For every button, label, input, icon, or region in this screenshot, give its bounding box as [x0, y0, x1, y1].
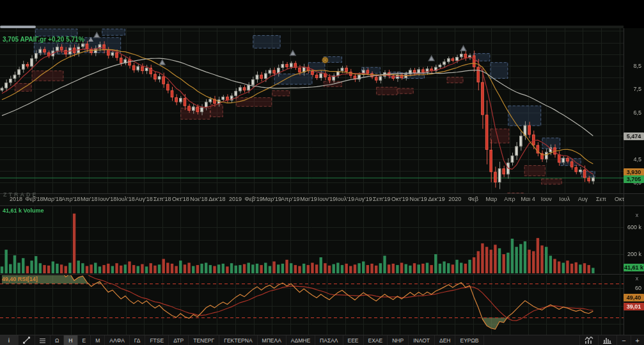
chart-scrollbar-track [0, 26, 624, 28]
ticker-change: +0,20 [48, 36, 64, 43]
toolbar-item-gd[interactable]: ΓΔ [130, 335, 146, 345]
rsi-axis-tick: 60 [624, 285, 641, 291]
toolbar-item-dei[interactable]: ΔΕΗ [435, 335, 456, 345]
ticker-symbol: ΑΡΑΙΓ.gr [20, 36, 46, 43]
rsi-current-value: 49,40 [2, 276, 17, 282]
toolbar-item-tenerg[interactable]: ΤΕΝΕΡΓ [189, 335, 219, 345]
toolbar-item-exae[interactable]: ΕΧΑΕ [364, 335, 388, 345]
rsi-value-badge: 49,40 [624, 294, 644, 301]
objects-list-icon [40, 339, 45, 343]
toolbar-item-alpha[interactable]: ΑΛΦΑ [105, 335, 130, 345]
toolbar-item-tf-day[interactable]: Η [64, 335, 77, 345]
volume-axis-tick: 200 k [624, 251, 641, 257]
last-price-badge: 3,705 [624, 175, 644, 183]
toolbar-item-tf-hour[interactable]: Ω [51, 335, 64, 345]
alert-triangle-icon [88, 37, 93, 42]
toolbar-item-volume-indicator[interactable] [598, 335, 617, 345]
toolbar-item-eurob[interactable]: ΕΥΡΩΒ [455, 335, 483, 345]
toolbar-item-mpela[interactable]: ΜΠΕΛΑ [258, 335, 287, 345]
volume-indicator-icon [603, 337, 612, 345]
chart-scrollbar-thumb[interactable] [0, 26, 36, 28]
toolbar-item-ftse[interactable]: FTSE [145, 335, 169, 345]
toolbar-item-admie[interactable]: ΑΔΜΗΕ [287, 335, 315, 345]
volume-panel-label: 41,61 k Volume [3, 207, 43, 214]
rsi-panel-label: 49,40 RSI[14] [2, 276, 38, 282]
price-axis-tick: 7,5 [624, 86, 641, 92]
chart-style-icon [585, 337, 593, 345]
volume-current-value: 41,61 k [3, 207, 22, 214]
toolbar-right-group: −+ [579, 335, 644, 345]
chart-canvas[interactable] [0, 0, 644, 345]
toolbar-item-nir[interactable]: ΝΗΡ [388, 335, 409, 345]
bottom-toolbar: iΩΗΕΜΑΛΦΑΓΔFTSEΔΤΡΤΕΝΕΡΓΓΕΚΤΕΡΝΑΜΠΕΛΑΑΔΜ… [0, 335, 644, 345]
ticker-readout: 3,705 ΑΡΑΙΓ.gr +0,20 5,71% [3, 36, 93, 43]
toolbar-item-info[interactable]: i [0, 335, 19, 345]
toolbar-item-gekterna[interactable]: ΓΕΚΤΕΡΝΑ [219, 335, 257, 345]
draw-icon [23, 337, 30, 345]
rsi-indicator-name: RSI[14] [18, 276, 38, 282]
toolbar-item-eee[interactable]: ΕΕΕ [343, 335, 364, 345]
toolbar-item-dtr[interactable]: ΔΤΡ [169, 335, 189, 345]
price-axis-tick: 8,5 [624, 63, 641, 69]
toolbar-item-inlot[interactable]: ΙΝΛΟΤ [409, 335, 435, 345]
price-axis-tick: 6,5 [624, 109, 641, 116]
price-axis-tick: 4,5 [624, 156, 641, 163]
toolbar-item-zoom-out[interactable]: − [617, 335, 630, 345]
toolbar-item-tf-month[interactable]: Μ [91, 335, 105, 345]
date-axis-label: Οκτ [606, 196, 634, 202]
rsi-panel-close-button[interactable]: x [634, 275, 640, 282]
rsi-signal-value-badge: 39,01 [624, 303, 644, 310]
volume-axis-tick: 600 k [624, 224, 641, 230]
toolbar-item-objects[interactable] [35, 335, 51, 345]
toolbar-item-zoom-in[interactable]: + [631, 335, 644, 345]
volume-indicator-name: Volume [24, 207, 44, 214]
ticker-change-pct: 5,71% [66, 36, 84, 43]
toolbar-item-draw[interactable] [19, 335, 35, 345]
ticker-last-price: 3,705 [3, 36, 19, 43]
volume-panel-close-button[interactable]: x [634, 212, 640, 218]
toolbar-item-pasal[interactable]: ΠΑΣΑΛ [315, 335, 343, 345]
slow-ma-value-badge: 5,474 [624, 132, 644, 140]
current-volume-badge: 41,61 k [624, 264, 644, 271]
toolbar-item-chart-style[interactable] [579, 335, 598, 345]
trading-chart-window: 3,705 ΑΡΑΙΓ.gr +0,20 5,71% ΖTRADE 41,61 … [0, 0, 644, 345]
toolbar-item-tf-week[interactable]: Ε [78, 335, 91, 345]
